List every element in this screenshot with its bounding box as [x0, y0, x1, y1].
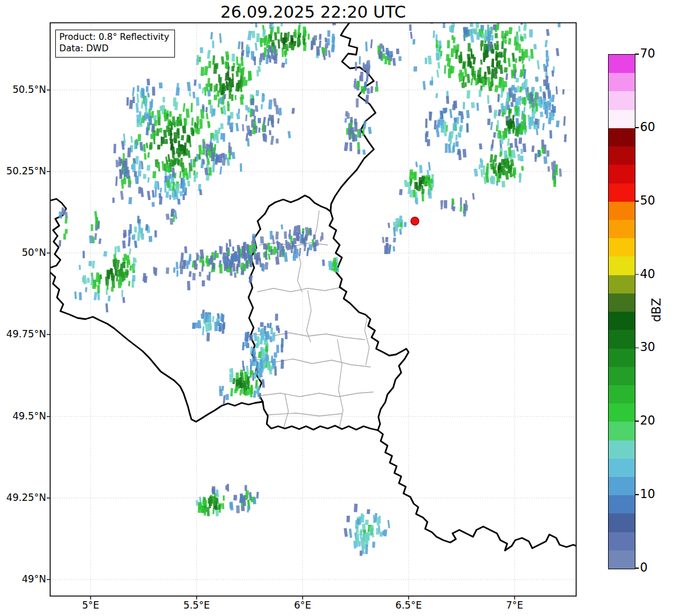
colorbar-segment [609, 367, 635, 385]
colorbar-tick-mark [635, 494, 639, 495]
country-border [331, 23, 376, 211]
canton-border [258, 287, 342, 292]
product-label: Product: 0.8° Reflectivity [59, 31, 169, 43]
colorbar-segment [609, 220, 635, 238]
x-tick-label: 7°E [506, 599, 523, 611]
colorbar-segment [609, 73, 635, 91]
colorbar-tick-label: 70 [640, 47, 655, 60]
y-tick-label: 50.5°N [0, 84, 46, 95]
colorbar-segment [609, 183, 635, 202]
colorbar-segment [609, 128, 635, 146]
canton-border [337, 340, 343, 426]
colorbar-tick-mark [635, 348, 639, 349]
canton-border [261, 392, 373, 397]
colorbar-segment [609, 275, 635, 293]
colorbar-segment [609, 110, 635, 128]
colorbar-segment [609, 477, 635, 495]
colorbar-tick-label: 50 [640, 194, 655, 207]
colorbar-segment [609, 422, 635, 440]
colorbar-tick-label: 40 [640, 267, 655, 281]
colorbar-tick-mark [635, 127, 639, 128]
annotation-box: Product: 0.8° Reflectivity Data: DWD [55, 30, 175, 58]
y-tick-label: 49.5°N [0, 410, 46, 422]
colorbar-tick-label: 0 [640, 561, 647, 574]
colorbar-tick-mark [635, 421, 639, 422]
colorbar-segment [609, 550, 635, 569]
colorbar-segment [609, 165, 635, 183]
country-border [378, 430, 576, 550]
colorbar-segment [609, 385, 635, 403]
colorbar [608, 54, 635, 569]
x-tick-label: 6.5°E [395, 599, 422, 611]
y-tick-label: 50°N [0, 247, 46, 258]
canton-border [268, 413, 342, 416]
colorbar-segment [609, 293, 635, 312]
colorbar-segment [609, 146, 635, 165]
colorbar-segment [609, 91, 635, 109]
colorbar-segment [609, 403, 635, 422]
colorbar-tick-mark [635, 54, 639, 55]
colorbar-tick-label: 60 [640, 120, 655, 134]
y-tick-label: 50.25°N [0, 165, 46, 177]
colorbar-segment [609, 459, 635, 477]
x-tick-label: 6°E [294, 599, 311, 611]
colorbar-segment [609, 513, 635, 532]
colorbar-segment [609, 55, 635, 73]
colorbar-tick-label: 20 [640, 414, 655, 427]
map-plot-area [0, 0, 685, 616]
colorbar-segment [609, 238, 635, 256]
colorbar-segment [609, 440, 635, 459]
colorbar-segment [609, 349, 635, 367]
colorbar-tick-mark [635, 201, 639, 202]
colorbar-segment [609, 256, 635, 275]
radar-figure: 26.09.2025 22:20 UTC Product: 0.8° Refle… [0, 0, 685, 616]
colorbar-segment [609, 202, 635, 220]
colorbar-segment [609, 330, 635, 348]
colorbar-segment [609, 532, 635, 550]
y-tick-label: 49°N [0, 573, 46, 585]
colorbar-tick-label: 30 [640, 340, 655, 354]
country-border [50, 272, 263, 422]
y-tick-label: 49.25°N [0, 492, 46, 503]
colorbar-segment [609, 312, 635, 330]
colorbar-tick-mark [635, 274, 639, 275]
canton-border [284, 394, 288, 427]
figure-title: 26.09.2025 22:20 UTC [50, 2, 576, 22]
colorbar-tick-label: 10 [640, 487, 655, 501]
x-tick-label: 5°E [82, 599, 99, 611]
y-tick-label: 49.75°N [0, 328, 46, 340]
colorbar-segment [609, 495, 635, 513]
country-border [329, 211, 409, 430]
data-source-label: Data: DWD [59, 43, 169, 54]
radar-echo-layer [59, 0, 566, 556]
colorbar-tick-mark [635, 568, 639, 569]
colorbar-axis-label: dBZ [650, 298, 663, 322]
radar-site-marker [411, 217, 419, 225]
x-tick-label: 5.5°E [184, 599, 210, 611]
